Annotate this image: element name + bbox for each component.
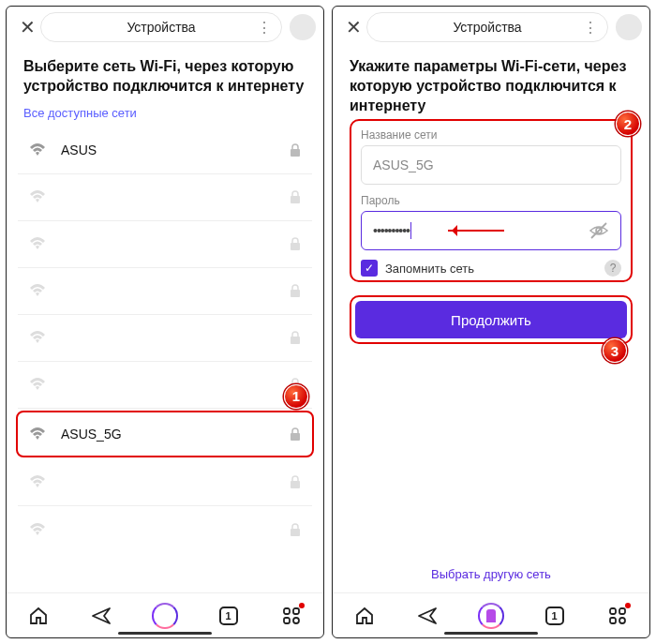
remember-label: Запомнить сеть [385,262,474,276]
svg-rect-0 [291,149,300,157]
home-indicator [444,632,538,635]
remember-checkbox[interactable]: ✓ [361,260,378,277]
content-right: Укажите параметры Wi-Fi-сети, через кото… [333,48,649,592]
wifi-item[interactable] [18,459,312,506]
header: ✕ Устройства ⋮ [7,7,323,48]
wifi-name [61,522,290,537]
home-indicator [118,632,212,635]
svg-rect-17 [610,618,616,623]
badge-2: 2 [616,112,640,136]
content-left: Выберите сеть Wi-Fi, через которую устро… [7,48,323,592]
wifi-name [61,236,290,251]
alice-icon[interactable] [478,603,504,629]
bottombar: 1 [333,592,649,637]
lock-icon [290,237,303,250]
svg-rect-16 [619,608,625,614]
wifi-item[interactable]: ASUS [18,127,312,174]
tabs-icon[interactable]: 1 [542,603,568,629]
wifi-icon [27,280,48,301]
services-icon[interactable] [604,603,631,629]
subhead: Все доступные сети [23,106,306,120]
help-icon[interactable]: ? [604,260,621,277]
svg-rect-11 [284,618,290,623]
page-title: Устройства [453,20,521,35]
text-cursor [410,222,411,239]
close-icon[interactable]: ✕ [340,16,366,38]
name-label: Название сети [361,128,621,142]
svg-rect-3 [291,290,300,297]
close-icon[interactable]: ✕ [14,16,40,38]
alice-icon[interactable] [152,603,178,629]
lock-icon [290,331,303,344]
more-icon[interactable]: ⋮ [583,19,598,37]
more-icon[interactable]: ⋮ [257,19,272,37]
wifi-list: ASUS 1 ASUS_5G [18,127,312,553]
eye-off-icon[interactable] [589,220,609,241]
wifi-icon [27,424,48,444]
svg-rect-10 [293,608,299,614]
name-value: ASUS_5G [373,157,434,172]
tabs-icon[interactable]: 1 [216,603,242,629]
avatar[interactable] [290,14,316,40]
notification-dot [625,603,631,608]
remember-row: ✓ Запомнить сеть ? [361,260,621,277]
heading: Укажите параметры Wi-Fi-сети, через кото… [350,57,633,115]
home-icon[interactable] [25,603,52,629]
wifi-icon [27,374,48,395]
phone-left: ✕ Устройства ⋮ Выберите сеть Wi-Fi, чере… [6,6,324,638]
wifi-icon [27,233,48,254]
svg-rect-15 [610,608,616,614]
wifi-name [61,189,290,204]
svg-rect-9 [284,608,290,614]
continue-highlight: Продолжить 3 [350,295,633,344]
wifi-item-selected[interactable]: 1 ASUS_5G [16,411,314,457]
continue-button[interactable]: Продолжить [355,301,627,338]
avatar[interactable] [616,14,642,40]
svg-rect-8 [291,529,300,536]
svg-line-14 [591,223,606,238]
lock-icon [290,190,303,203]
svg-rect-1 [291,196,300,203]
svg-rect-2 [291,243,300,250]
lock-icon [290,523,303,536]
wifi-icon [27,327,48,348]
notification-dot [299,603,305,608]
heading: Выберите сеть Wi-Fi, через которую устро… [23,57,306,97]
password-value: •••••••••• [373,223,410,238]
password-input[interactable]: •••••••••• [361,211,621,250]
wifi-item[interactable] [18,221,312,268]
title-pill[interactable]: Устройства ⋮ [40,12,282,42]
wifi-name: ASUS [61,142,290,157]
wifi-item[interactable] [18,315,312,362]
network-name-input[interactable]: ASUS_5G [361,145,621,185]
lock-icon [290,284,303,297]
title-pill[interactable]: Устройства ⋮ [366,12,608,42]
annotation-arrow [448,230,504,232]
wifi-icon [27,519,48,540]
lock-icon [290,143,303,157]
services-icon[interactable] [278,603,305,629]
wifi-item[interactable] [18,268,312,315]
svg-rect-6 [291,433,300,441]
wifi-name: ASUS_5G [61,427,290,442]
wifi-icon [27,140,48,160]
badge-1: 1 [284,384,308,409]
wifi-item[interactable] [18,174,312,221]
svg-rect-7 [291,481,300,488]
wifi-name [61,474,290,489]
wifi-item[interactable] [18,362,312,409]
send-icon[interactable] [414,603,440,629]
wifi-item[interactable] [18,506,312,553]
send-icon[interactable] [88,603,114,629]
wifi-name [61,330,290,345]
svg-point-12 [293,618,299,623]
home-icon[interactable] [351,603,378,629]
bottombar: 1 [7,592,323,637]
form-highlight: 2 Название сети ASUS_5G Пароль •••••••••… [350,119,633,282]
choose-another-link[interactable]: Выбрать другую сеть [333,567,649,581]
wifi-icon [27,472,48,492]
header: ✕ Устройства ⋮ [333,7,649,48]
wifi-icon [27,187,48,207]
phone-right: ✕ Устройства ⋮ Укажите параметры Wi-Fi-с… [332,6,650,638]
svg-rect-4 [291,337,300,344]
